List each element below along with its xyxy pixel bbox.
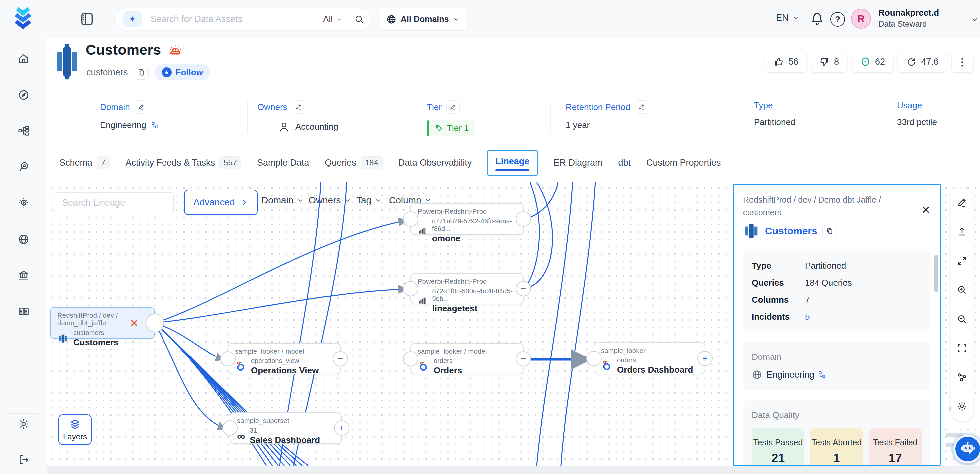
chatbot-button[interactable] [953,435,980,463]
node-left-handle[interactable] [403,281,418,296]
lineage-node-orders-dashboard[interactable]: sample_looker orders Orders Dashboard + [594,342,705,374]
node-collapse-handle[interactable]: − [516,281,531,296]
retention-label[interactable]: Retention Period [566,102,630,112]
search-scope-dropdown[interactable]: All [323,14,342,24]
global-search-input[interactable] [151,14,323,24]
edit-icon[interactable] [446,100,460,113]
ai-sparkle-icon[interactable]: ✦ [123,11,142,27]
lineage-node-sales-dashboard[interactable]: sample_superset ∞ 31 Sales Dashboard + [230,412,342,444]
sidebar-toggle-icon[interactable] [79,11,95,27]
sidebar-logout-icon[interactable] [18,454,30,466]
edit-icon[interactable] [292,100,305,113]
filter-tag-dropdown[interactable]: Tag [356,195,382,206]
notifications-bell-icon[interactable] [810,11,824,27]
node-left-handle[interactable] [403,212,418,227]
filter-domain-dropdown[interactable]: Domain [261,195,304,206]
lineage-node-customers[interactable]: RedshiftProd / dev / demo_dbt_jaffle cus… [50,307,155,339]
sidebar-home-icon[interactable] [18,52,30,65]
node-expand-handle[interactable]: + [334,420,349,436]
redshift-icon [57,332,68,344]
fit-view-icon[interactable] [957,256,967,266]
sidebar-lineage-flow-icon[interactable] [18,125,30,137]
node-collapse-handle[interactable]: − [516,351,531,366]
node-left-handle[interactable] [220,351,236,366]
help-icon[interactable]: ? [830,12,845,27]
sidebar-observability-icon[interactable] [18,161,30,173]
edit-icon[interactable] [135,100,148,113]
looker-icon [601,360,612,371]
domain-value[interactable]: Engineering [100,120,146,130]
edit-icon[interactable] [635,100,648,113]
tab-schema[interactable]: Schema7 [59,156,110,169]
lineage-search-input[interactable] [62,198,180,208]
more-options-button[interactable]: ⋮ [952,51,973,72]
sidebar-explore-icon[interactable] [18,89,30,101]
node-left-handle[interactable] [586,351,602,366]
tab-activity-feeds[interactable]: Activity Feeds & Tasks557 [125,156,242,169]
lineage-node-omone[interactable]: Powerbi-Redshift-Prod c771ab29-5792-46fc… [410,203,524,235]
layers-button[interactable]: Layers [58,414,92,445]
export-icon[interactable] [957,226,967,237]
node-expand-handle[interactable]: + [697,351,713,366]
tab-data-observability[interactable]: Data Observability [398,158,472,168]
lineage-settings-icon[interactable] [957,401,967,412]
node-name: Orders [434,366,462,376]
user-avatar[interactable]: R [851,9,871,29]
lineage-node-orders[interactable]: sample_looker / model orders Orders − [410,343,524,374]
copy-icon[interactable] [822,224,837,238]
follow-button[interactable]: ★ Follow [154,64,210,80]
node-left-handle[interactable] [223,420,238,436]
zoom-in-icon[interactable] [957,285,967,295]
sidebar-settings-icon[interactable] [18,418,30,430]
domain-label[interactable]: Domain [100,102,130,112]
downvote-button[interactable]: 8 [811,51,847,72]
chevron-down-icon[interactable] [970,15,979,24]
test-failed-icon: ✕ [130,317,138,329]
search-icon[interactable] [354,14,364,24]
tag-icon [435,124,443,132]
alert-alarm-icon[interactable] [168,43,183,57]
filter-owners-dropdown[interactable]: Owners [309,195,351,206]
panel-scrollbar[interactable] [934,255,939,292]
tab-lineage[interactable]: Lineage [487,150,538,176]
lineage-canvas[interactable]: Advanced Domain Owners Tag Column [47,183,980,466]
owners-label[interactable]: Owners [258,102,287,112]
sidebar-domains-icon[interactable] [18,233,30,245]
tier-label[interactable]: Tier [427,102,442,112]
node-collapse-handle[interactable]: − [516,212,531,227]
tab-er-diagram[interactable]: ER Diagram [554,158,602,168]
tab-queries[interactable]: Queries184 [325,156,383,169]
owners-value[interactable]: Accounting [295,122,338,132]
tab-sample-data[interactable]: Sample Data [257,158,309,168]
version-button[interactable]: 47.6 [898,51,947,72]
sidebar-govern-icon[interactable] [18,269,30,281]
node-collapse-handle[interactable]: − [146,313,164,332]
lineage-node-operations-view[interactable]: sample_looker / model operations_view Op… [228,343,340,374]
edit-lineage-icon[interactable] [957,197,967,208]
sidebar-insights-icon[interactable] [18,197,30,209]
advanced-lineage-button[interactable]: Advanced [184,190,258,215]
rearrange-layout-icon[interactable] [957,372,967,383]
watch-button[interactable]: 62 [852,51,893,72]
tier-badge[interactable]: Tier 1 [427,120,475,137]
panel-incidents-link[interactable]: 5 [805,312,810,322]
upvote-button[interactable]: 56 [765,51,806,72]
app-logo-icon[interactable] [12,6,34,30]
sidebar-glossary-icon[interactable] [18,305,30,318]
zoom-out-icon[interactable] [957,314,967,324]
tab-custom-properties[interactable]: Custom Properties [646,158,721,168]
lineage-node-lineagetest[interactable]: Powerbi-Redshift-Prod 872e1f0c-500e-4e28… [410,273,524,304]
panel-entity-link[interactable]: Customers [765,225,817,237]
language-dropdown[interactable]: EN [776,13,799,23]
tab-dbt[interactable]: dbt [618,158,631,168]
copy-icon[interactable] [134,65,148,80]
meta-domain: Domain Engineering [100,100,159,130]
fullscreen-icon[interactable] [957,343,967,353]
node-left-handle[interactable] [403,351,418,366]
close-icon[interactable]: ✕ [921,204,931,216]
panel-breadcrumb[interactable]: RedshiftProd / dev / Demo dbt Jaffle / c… [743,194,903,219]
panel-domain-value[interactable]: Engineering [766,370,814,380]
user-menu[interactable]: Rounakpreet.d Data Steward [878,8,939,29]
all-domains-button[interactable]: All Domains [379,8,467,30]
node-collapse-handle[interactable]: − [332,351,348,366]
